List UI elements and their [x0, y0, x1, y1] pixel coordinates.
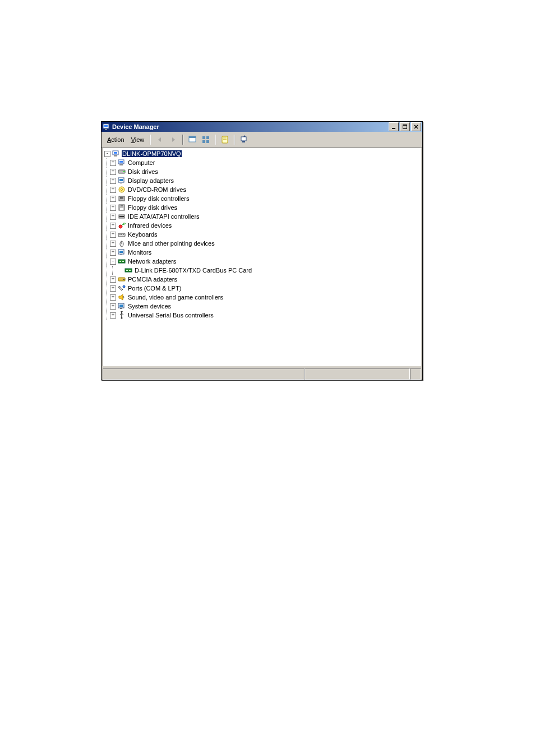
svg-rect-1 — [104, 125, 108, 127]
expand-icon[interactable]: + — [110, 187, 116, 193]
tree-node[interactable]: +Ports (COM & LPT) — [104, 284, 419, 293]
expand-icon[interactable]: - — [110, 259, 116, 265]
root-label[interactable]: DLINK-OPMP70NVQ — [122, 150, 182, 157]
tree-node[interactable]: +Floppy disk controllers — [104, 194, 419, 203]
status-pane — [103, 368, 305, 380]
expand-icon[interactable]: + — [110, 312, 116, 319]
tree-node[interactable]: +Floppy disk drives — [104, 203, 419, 212]
expand-icon[interactable]: + — [110, 178, 116, 184]
expand-icon[interactable]: + — [110, 285, 116, 292]
expand-icon[interactable]: + — [110, 214, 116, 220]
svg-point-57 — [123, 285, 125, 288]
svg-rect-17 — [241, 137, 246, 141]
svg-rect-29 — [120, 183, 122, 183]
node-label[interactable]: Ports (COM & LPT) — [127, 285, 182, 292]
node-label[interactable]: Display adapters — [127, 177, 174, 184]
node-label[interactable]: Sound, video and game controllers — [127, 294, 224, 301]
pcmcia-icon — [118, 275, 126, 283]
expand-icon[interactable]: + — [110, 205, 116, 211]
expand-icon[interactable]: + — [110, 160, 116, 166]
floppy-icon — [118, 204, 126, 211]
properties-icon[interactable] — [219, 133, 231, 146]
svg-rect-43 — [123, 234, 124, 235]
menu-action[interactable]: Action — [104, 136, 128, 144]
node-label[interactable]: Disk drives — [127, 168, 159, 175]
tree-node[interactable]: +Monitors — [104, 248, 419, 257]
node-label[interactable]: IDE ATA/ATAPI controllers — [127, 213, 200, 220]
svg-rect-47 — [119, 251, 123, 253]
close-button[interactable] — [411, 122, 421, 131]
collapse-icon[interactable]: - — [104, 151, 110, 157]
expand-icon[interactable]: + — [110, 303, 116, 310]
svg-rect-23 — [119, 161, 123, 163]
menu-view[interactable]: View — [128, 136, 148, 144]
device-manager-window: Device Manager Action View -DLINK-OPMP70… — [101, 121, 423, 380]
node-label[interactable]: Mice and other pointing devices — [127, 240, 215, 247]
tree-node[interactable]: +Display adapters — [104, 176, 419, 185]
system-icon — [118, 302, 126, 310]
svg-rect-52 — [125, 269, 132, 272]
expand-icon[interactable]: + — [110, 250, 116, 256]
svg-rect-48 — [120, 255, 122, 255]
tree-node[interactable]: +PCMCIA adapters — [104, 275, 419, 284]
svg-rect-51 — [122, 261, 124, 262]
tree-node[interactable]: +Computer — [104, 158, 419, 167]
expand-icon[interactable]: + — [110, 294, 116, 301]
svg-rect-38 — [119, 216, 124, 217]
node-label[interactable]: Computer — [127, 159, 155, 166]
tree-content[interactable]: -DLINK-OPMP70NVQ+Computer+Disk drives+Di… — [103, 147, 421, 366]
computer-icon — [112, 150, 120, 158]
svg-rect-50 — [119, 261, 121, 262]
display-icon — [118, 177, 126, 185]
node-label[interactable]: PCMCIA adapters — [127, 276, 178, 283]
node-label[interactable]: Universal Serial Bus controllers — [127, 312, 214, 319]
netcard-icon — [124, 266, 132, 274]
expand-icon[interactable]: + — [110, 276, 116, 283]
maximize-button[interactable] — [400, 122, 410, 131]
node-label[interactable]: Network adapters — [127, 258, 177, 265]
expand-icon[interactable]: + — [110, 169, 116, 175]
titlebar[interactable]: Device Manager — [102, 122, 422, 132]
minimize-button[interactable] — [389, 122, 399, 131]
tree-node[interactable]: +Universal Serial Bus controllers — [104, 311, 419, 320]
tree-node[interactable]: +Mice and other pointing devices — [104, 239, 419, 248]
view-icon[interactable] — [186, 133, 199, 146]
svg-point-61 — [121, 317, 123, 319]
list-icon[interactable] — [200, 133, 212, 146]
sound-icon — [118, 293, 126, 301]
tree-root-node[interactable]: -DLINK-OPMP70NVQ — [104, 149, 419, 158]
node-label[interactable]: Monitors — [127, 249, 152, 256]
tree-node[interactable]: +Sound, video and game controllers — [104, 293, 419, 302]
status-pane — [305, 368, 410, 380]
refresh-icon[interactable] — [238, 133, 250, 146]
node-label[interactable]: Keyboards — [127, 231, 158, 238]
svg-rect-49 — [118, 260, 125, 263]
tree-node[interactable]: +Infrared devices — [104, 221, 419, 230]
tree-leaf[interactable]: D-Link DFE-680TX/TXD CardBus PC Card — [104, 266, 419, 275]
tree-node[interactable]: +IDE ATA/ATAPI controllers — [104, 212, 419, 221]
tree-node[interactable]: +System devices — [104, 302, 419, 311]
node-label[interactable]: Floppy disk controllers — [127, 195, 190, 202]
ide-icon — [118, 213, 126, 220]
expand-icon[interactable]: + — [110, 196, 116, 202]
node-label[interactable]: DVD/CD-ROM drives — [127, 186, 187, 193]
svg-rect-2 — [105, 129, 107, 130]
expand-icon[interactable]: + — [110, 232, 116, 238]
node-label[interactable]: Infrared devices — [127, 222, 172, 229]
tree-node[interactable]: +Disk drives — [104, 167, 419, 176]
node-label[interactable]: System devices — [127, 303, 172, 310]
toolbar: Action View — [102, 132, 422, 148]
tree-node[interactable]: +DVD/CD-ROM drives — [104, 185, 419, 194]
tree-node[interactable]: +Keyboards — [104, 230, 419, 239]
toolbar-divider — [182, 135, 183, 145]
tree-node[interactable]: -Network adapters — [104, 257, 419, 266]
svg-rect-13 — [206, 140, 209, 143]
expand-icon[interactable]: + — [110, 223, 116, 229]
svg-rect-33 — [120, 197, 123, 199]
status-pane-grip[interactable] — [410, 368, 421, 380]
expand-icon[interactable]: + — [110, 241, 116, 247]
svg-rect-21 — [114, 155, 117, 156]
node-label[interactable]: Floppy disk drives — [127, 204, 178, 211]
leaf-label[interactable]: D-Link DFE-680TX/TXD CardBus PC Card — [134, 267, 252, 274]
mouse-icon — [118, 239, 126, 247]
